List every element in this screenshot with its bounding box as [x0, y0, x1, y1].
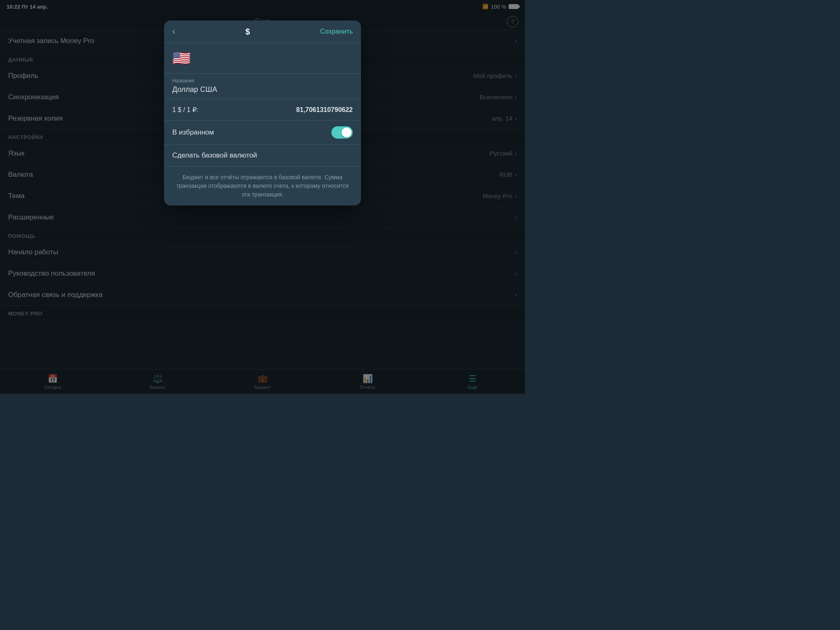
modal-title: $: [245, 27, 250, 37]
modal-save-button[interactable]: Сохранить: [320, 28, 353, 35]
exchange-rate-row: 1 $ / 1 ₽: 81,7061310790622: [164, 99, 361, 121]
rate-label: 1 $ / 1 ₽:: [172, 106, 198, 114]
favorite-toggle[interactable]: [331, 126, 353, 139]
modal-body: 🇺🇸 Название Доллар США 1 $ / 1 ₽: 81,706…: [164, 43, 361, 205]
rate-value[interactable]: 81,7061310790622: [296, 106, 353, 114]
toggle-knob: [342, 128, 352, 137]
description-row: Бюджет и все отчёты отражаются в базовой…: [164, 167, 361, 205]
base-currency-row: Сделать базовой валютой: [164, 145, 361, 167]
currency-flag: 🇺🇸: [172, 50, 191, 66]
currency-name-label: Название: [172, 78, 353, 84]
currency-name-value[interactable]: Доллар США: [172, 85, 353, 94]
currency-detail-modal: ‹ $ Сохранить 🇺🇸 Название Доллар США 1 $…: [164, 21, 361, 205]
favorite-label: В избранном: [172, 128, 214, 137]
description-text: Бюджет и все отчёты отражаются в базовой…: [172, 173, 353, 199]
base-currency-button[interactable]: Сделать базовой валютой: [172, 151, 257, 159]
modal-header: ‹ $ Сохранить: [164, 21, 361, 43]
flag-row: 🇺🇸: [164, 43, 361, 74]
favorite-toggle-row: В избранном: [164, 121, 361, 145]
modal-back-button[interactable]: ‹: [172, 26, 175, 37]
currency-name-row: Название Доллар США: [164, 74, 361, 99]
